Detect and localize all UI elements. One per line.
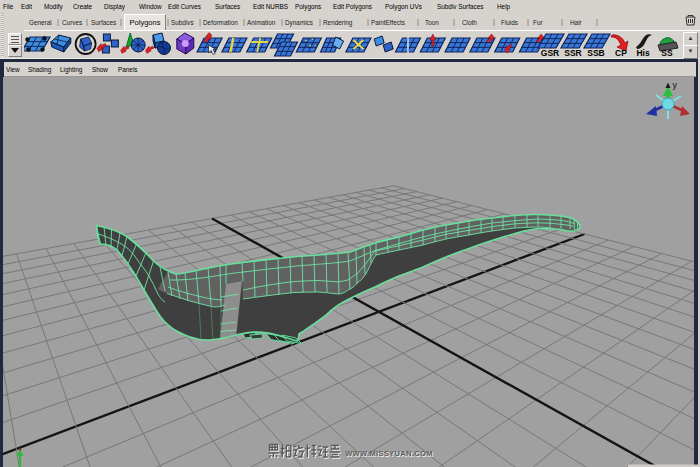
svg-text:y: y (673, 80, 678, 90)
svg-text:His: His (636, 48, 650, 58)
svg-text:SS: SS (661, 48, 673, 58)
svg-text:GSR: GSR (541, 48, 559, 58)
svg-text:WWW.MISSYUAN.COM: WWW.MISSYUAN.COM (345, 449, 433, 458)
svg-text:SSB: SSB (587, 48, 604, 58)
svg-text:SSR: SSR (564, 48, 581, 58)
svg-text:CP: CP (615, 48, 627, 58)
